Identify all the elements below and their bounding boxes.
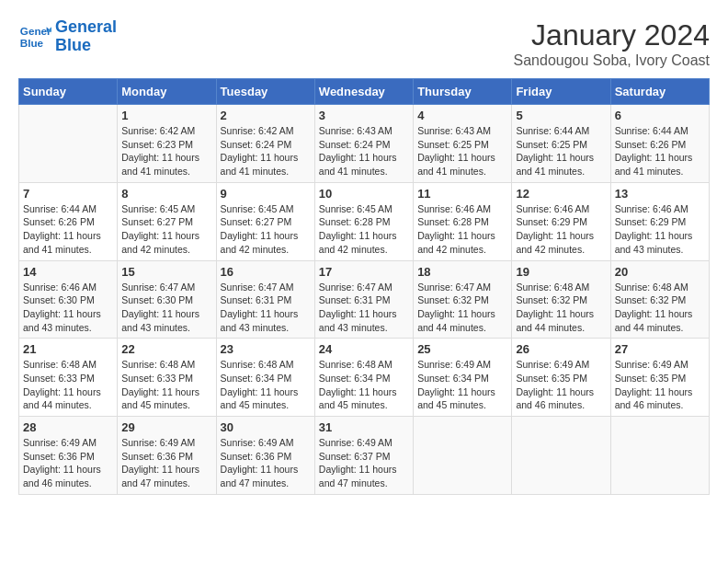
sunrise-text: Sunrise: 6:45 AM <box>221 202 311 216</box>
day-info: Sunrise: 6:48 AM Sunset: 6:34 PM Dayligh… <box>319 358 409 412</box>
list-item: 22 Sunrise: 6:48 AM Sunset: 6:33 PM Dayl… <box>118 339 216 417</box>
day-info: Sunrise: 6:42 AM Sunset: 6:23 PM Dayligh… <box>121 124 211 178</box>
sunrise-text: Sunrise: 6:49 AM <box>319 436 409 450</box>
daylight-text: Daylight: 11 hours and 42 minutes. <box>516 229 606 256</box>
sunrise-text: Sunrise: 6:48 AM <box>516 281 606 294</box>
sunrise-text: Sunrise: 6:48 AM <box>121 358 211 372</box>
day-info: Sunrise: 6:48 AM Sunset: 6:33 PM Dayligh… <box>121 358 211 412</box>
day-number: 3 <box>319 109 409 122</box>
location-subtitle: Sandougou Soba, Ivory Coast <box>514 52 710 69</box>
daylight-text: Daylight: 11 hours and 45 minutes. <box>121 385 211 412</box>
day-info: Sunrise: 6:47 AM Sunset: 6:31 PM Dayligh… <box>319 281 409 335</box>
sunrise-text: Sunrise: 6:48 AM <box>23 358 113 372</box>
day-info: Sunrise: 6:44 AM Sunset: 6:26 PM Dayligh… <box>615 124 705 178</box>
list-item: 12 Sunrise: 6:46 AM Sunset: 6:29 PM Dayl… <box>512 182 610 260</box>
daylight-text: Daylight: 11 hours and 44 minutes. <box>516 307 606 334</box>
sunrise-text: Sunrise: 6:45 AM <box>319 202 409 216</box>
day-number: 11 <box>417 187 507 201</box>
list-item: 27 Sunrise: 6:49 AM Sunset: 6:35 PM Dayl… <box>610 339 709 417</box>
list-item: 13 Sunrise: 6:46 AM Sunset: 6:29 PM Dayl… <box>610 182 709 260</box>
day-number: 15 <box>121 265 211 279</box>
table-row: 14 Sunrise: 6:46 AM Sunset: 6:30 PM Dayl… <box>19 260 710 339</box>
sunrise-text: Sunrise: 6:44 AM <box>23 202 113 216</box>
list-item <box>610 417 709 495</box>
sunset-text: Sunset: 6:24 PM <box>319 138 409 152</box>
sunrise-text: Sunrise: 6:49 AM <box>417 358 507 372</box>
list-item: 2 Sunrise: 6:42 AM Sunset: 6:24 PM Dayli… <box>216 105 314 183</box>
sunrise-text: Sunrise: 6:43 AM <box>417 124 507 138</box>
month-year-title: January 2024 <box>514 18 710 52</box>
sunset-text: Sunset: 6:37 PM <box>319 450 409 464</box>
day-info: Sunrise: 6:48 AM Sunset: 6:33 PM Dayligh… <box>23 358 113 412</box>
list-item <box>512 417 610 495</box>
day-number: 20 <box>615 265 705 279</box>
day-number: 26 <box>516 342 606 356</box>
sunset-text: Sunset: 6:35 PM <box>516 372 606 385</box>
day-info: Sunrise: 6:45 AM Sunset: 6:27 PM Dayligh… <box>121 202 211 257</box>
sunrise-text: Sunrise: 6:42 AM <box>221 124 311 138</box>
list-item: 30 Sunrise: 6:49 AM Sunset: 6:36 PM Dayl… <box>216 417 314 495</box>
daylight-text: Daylight: 11 hours and 41 minutes. <box>417 151 507 178</box>
day-number: 8 <box>121 187 211 201</box>
sunrise-text: Sunrise: 6:49 AM <box>23 436 113 450</box>
list-item: 17 Sunrise: 6:47 AM Sunset: 6:31 PM Dayl… <box>314 260 413 339</box>
calendar-table: Sunday Monday Tuesday Wednesday Thursday… <box>18 78 710 495</box>
sunset-text: Sunset: 6:34 PM <box>319 372 409 385</box>
day-number: 24 <box>319 342 409 356</box>
sunset-text: Sunset: 6:34 PM <box>417 372 507 385</box>
sunrise-text: Sunrise: 6:48 AM <box>319 358 409 372</box>
day-info: Sunrise: 6:48 AM Sunset: 6:34 PM Dayligh… <box>221 358 311 412</box>
daylight-text: Daylight: 11 hours and 43 minutes. <box>615 229 705 256</box>
sunset-text: Sunset: 6:32 PM <box>615 293 705 307</box>
day-number: 21 <box>23 342 113 356</box>
day-number: 27 <box>615 342 705 356</box>
list-item <box>414 417 512 495</box>
list-item: 14 Sunrise: 6:46 AM Sunset: 6:30 PM Dayl… <box>19 260 118 339</box>
sunset-text: Sunset: 6:27 PM <box>221 215 311 229</box>
sunrise-text: Sunrise: 6:49 AM <box>615 358 705 372</box>
list-item: 16 Sunrise: 6:47 AM Sunset: 6:31 PM Dayl… <box>216 260 314 339</box>
day-info: Sunrise: 6:48 AM Sunset: 6:32 PM Dayligh… <box>615 281 705 335</box>
day-info: Sunrise: 6:49 AM Sunset: 6:36 PM Dayligh… <box>121 436 211 490</box>
list-item: 29 Sunrise: 6:49 AM Sunset: 6:36 PM Dayl… <box>118 417 216 495</box>
col-friday: Friday <box>512 79 610 105</box>
sunrise-text: Sunrise: 6:47 AM <box>121 281 211 294</box>
list-item: 1 Sunrise: 6:42 AM Sunset: 6:23 PM Dayli… <box>118 105 216 183</box>
sunset-text: Sunset: 6:36 PM <box>121 450 211 464</box>
daylight-text: Daylight: 11 hours and 47 minutes. <box>121 463 211 489</box>
sunrise-text: Sunrise: 6:49 AM <box>221 436 311 450</box>
sunrise-text: Sunrise: 6:44 AM <box>615 124 705 138</box>
day-info: Sunrise: 6:46 AM Sunset: 6:30 PM Dayligh… <box>23 281 113 335</box>
list-item: 28 Sunrise: 6:49 AM Sunset: 6:36 PM Dayl… <box>19 417 118 495</box>
day-info: Sunrise: 6:43 AM Sunset: 6:25 PM Dayligh… <box>417 124 507 178</box>
day-number: 10 <box>319 187 409 201</box>
list-item: 15 Sunrise: 6:47 AM Sunset: 6:30 PM Dayl… <box>118 260 216 339</box>
day-number: 13 <box>615 187 705 201</box>
sunrise-text: Sunrise: 6:44 AM <box>516 124 606 138</box>
day-info: Sunrise: 6:49 AM Sunset: 6:35 PM Dayligh… <box>516 358 606 412</box>
list-item: 8 Sunrise: 6:45 AM Sunset: 6:27 PM Dayli… <box>118 182 216 260</box>
list-item: 4 Sunrise: 6:43 AM Sunset: 6:25 PM Dayli… <box>414 105 512 183</box>
sunset-text: Sunset: 6:23 PM <box>121 138 211 152</box>
list-item: 11 Sunrise: 6:46 AM Sunset: 6:28 PM Dayl… <box>414 182 512 260</box>
day-info: Sunrise: 6:49 AM Sunset: 6:34 PM Dayligh… <box>417 358 507 412</box>
list-item: 6 Sunrise: 6:44 AM Sunset: 6:26 PM Dayli… <box>610 105 709 183</box>
col-thursday: Thursday <box>414 79 512 105</box>
day-info: Sunrise: 6:46 AM Sunset: 6:29 PM Dayligh… <box>516 202 606 257</box>
page-header: General Blue General Blue January 2024 S… <box>18 18 710 69</box>
sunrise-text: Sunrise: 6:47 AM <box>319 281 409 294</box>
day-number: 31 <box>319 420 409 434</box>
calendar-header-row: Sunday Monday Tuesday Wednesday Thursday… <box>19 79 710 105</box>
sunrise-text: Sunrise: 6:49 AM <box>121 436 211 450</box>
sunset-text: Sunset: 6:30 PM <box>121 293 211 307</box>
daylight-text: Daylight: 11 hours and 44 minutes. <box>615 307 705 334</box>
daylight-text: Daylight: 11 hours and 41 minutes. <box>121 151 211 178</box>
list-item: 21 Sunrise: 6:48 AM Sunset: 6:33 PM Dayl… <box>19 339 118 417</box>
sunrise-text: Sunrise: 6:49 AM <box>516 358 606 372</box>
logo: General Blue General Blue <box>18 18 117 55</box>
sunset-text: Sunset: 6:25 PM <box>516 138 606 152</box>
day-info: Sunrise: 6:49 AM Sunset: 6:35 PM Dayligh… <box>615 358 705 412</box>
day-number: 6 <box>615 109 705 122</box>
day-number: 25 <box>417 342 507 356</box>
sunrise-text: Sunrise: 6:48 AM <box>221 358 311 372</box>
